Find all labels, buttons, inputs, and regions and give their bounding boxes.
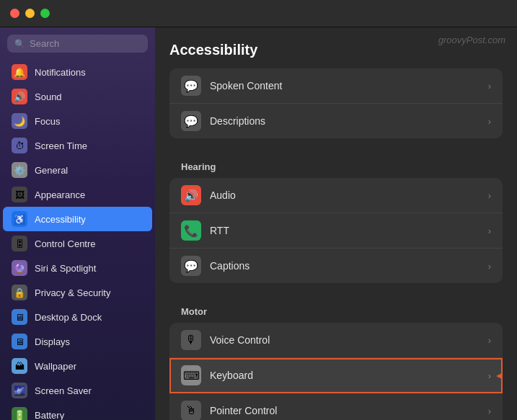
sidebar-item-sound[interactable]: 🔊 Sound xyxy=(3,84,152,109)
motor-header: Motor xyxy=(169,298,503,323)
sidebar-label-notifications: Notifications xyxy=(35,67,86,78)
sidebar-item-focus[interactable]: 🌙 Focus xyxy=(3,109,152,133)
wallpaper-icon: 🏔 xyxy=(12,358,27,374)
sidebar: 🔍 🔔 Notifications 🔊 Sound 🌙 Focus ⏱ Scre… xyxy=(0,27,155,420)
sidebar-label-desktop-dock: Desktop & Dock xyxy=(35,312,102,323)
sidebar-item-desktop-dock[interactable]: 🖥 Desktop & Dock xyxy=(3,305,152,329)
rtt-label: RTT xyxy=(210,225,488,236)
sidebar-item-siri[interactable]: 🔮 Siri & Spotlight xyxy=(3,256,152,280)
search-icon: 🔍 xyxy=(14,39,25,49)
general-icon: ⚙️ xyxy=(12,162,27,178)
accessibility-icon: ♿ xyxy=(12,211,27,227)
captions-row[interactable]: 💬 Captions › xyxy=(169,249,503,283)
pointer-control-label: Pointer Control xyxy=(210,405,488,416)
search-box[interactable]: 🔍 xyxy=(7,35,148,53)
notifications-icon: 🔔 xyxy=(12,64,27,80)
desktop-dock-icon: 🖥 xyxy=(12,309,27,325)
pointer-control-chevron: › xyxy=(488,406,491,416)
maximize-button[interactable] xyxy=(40,9,50,18)
captions-label: Captions xyxy=(210,260,488,272)
hearing-section: Hearing 🔊 Audio › 📞 RTT › 💬 Captions › xyxy=(169,153,503,283)
sidebar-item-general[interactable]: ⚙️ General xyxy=(3,158,152,182)
close-button[interactable] xyxy=(10,9,19,18)
focus-icon: 🌙 xyxy=(12,113,27,129)
sidebar-label-sound: Sound xyxy=(35,91,62,102)
motor-group: 🎙 Voice Control › ⌨ Keyboard › xyxy=(169,323,503,420)
audio-chevron: › xyxy=(488,190,491,201)
sidebar-item-accessibility[interactable]: ♿ Accessibility xyxy=(3,207,152,231)
motor-section: Motor 🎙 Voice Control › ⌨ Keyboard › xyxy=(169,298,503,420)
screen-saver-icon: 🌌 xyxy=(12,383,27,398)
battery-icon: 🔋 xyxy=(12,407,27,420)
spoken-content-label: Spoken Content xyxy=(210,80,488,91)
sidebar-label-battery: Battery xyxy=(35,410,64,421)
spoken-content-icon: 💬 xyxy=(181,76,201,96)
screen-time-icon: ⏱ xyxy=(12,138,27,153)
spoken-content-chevron: › xyxy=(488,81,491,91)
sidebar-label-screen-saver: Screen Saver xyxy=(35,385,92,396)
sidebar-label-screen-time: Screen Time xyxy=(35,140,87,151)
descriptions-chevron: › xyxy=(488,116,491,127)
pointer-control-row[interactable]: 🖱 Pointer Control › xyxy=(169,393,503,420)
displays-icon: 🖥 xyxy=(12,334,27,349)
sidebar-item-control-centre[interactable]: 🎛 Control Centre xyxy=(3,231,152,256)
main-layout: 🔍 🔔 Notifications 🔊 Sound 🌙 Focus ⏱ Scre… xyxy=(0,27,517,420)
sidebar-item-notifications[interactable]: 🔔 Notifications xyxy=(3,60,152,84)
sidebar-label-displays: Displays xyxy=(35,336,70,347)
rtt-row[interactable]: 📞 RTT › xyxy=(169,213,503,249)
spoken-content-row[interactable]: 💬 Spoken Content › xyxy=(169,68,503,104)
audio-icon: 🔊 xyxy=(181,185,201,205)
keyboard-row-wrapper: ⌨ Keyboard › xyxy=(169,358,503,393)
sidebar-label-privacy: Privacy & Security xyxy=(35,287,110,298)
keyboard-icon: ⌨ xyxy=(181,365,201,385)
sidebar-label-control-centre: Control Centre xyxy=(35,238,96,249)
sidebar-label-appearance: Appearance xyxy=(35,189,85,200)
privacy-icon: 🔒 xyxy=(12,285,27,300)
sidebar-label-focus: Focus xyxy=(35,116,60,127)
voice-control-icon: 🎙 xyxy=(181,330,201,350)
sidebar-item-screen-saver[interactable]: 🌌 Screen Saver xyxy=(3,378,152,403)
search-input[interactable] xyxy=(30,38,141,49)
sidebar-item-battery[interactable]: 🔋 Battery xyxy=(3,403,152,420)
siri-icon: 🔮 xyxy=(12,260,27,276)
sidebar-label-accessibility: Accessibility xyxy=(35,214,86,225)
descriptions-icon: 💬 xyxy=(181,111,201,131)
rtt-chevron: › xyxy=(488,225,491,236)
keyboard-row[interactable]: ⌨ Keyboard › xyxy=(169,358,503,393)
minimize-button[interactable] xyxy=(25,9,35,18)
sidebar-item-wallpaper[interactable]: 🏔 Wallpaper xyxy=(3,354,152,378)
sidebar-item-privacy[interactable]: 🔒 Privacy & Security xyxy=(3,280,152,305)
keyboard-chevron: › xyxy=(488,370,491,381)
captions-icon: 💬 xyxy=(181,256,201,276)
sidebar-item-screen-time[interactable]: ⏱ Screen Time xyxy=(3,133,152,158)
descriptions-row[interactable]: 💬 Descriptions › xyxy=(169,104,503,138)
page-title: Accessibility xyxy=(169,42,503,58)
captions-chevron: › xyxy=(488,261,491,272)
audio-row[interactable]: 🔊 Audio › xyxy=(169,178,503,213)
top-rows-group: 💬 Spoken Content › 💬 Descriptions › xyxy=(169,68,503,138)
descriptions-label: Descriptions xyxy=(210,115,488,127)
control-centre-icon: 🎛 xyxy=(12,236,27,251)
rtt-icon: 📞 xyxy=(181,220,201,241)
sidebar-label-general: General xyxy=(35,165,68,176)
voice-control-row[interactable]: 🎙 Voice Control › xyxy=(169,323,503,358)
voice-control-label: Voice Control xyxy=(210,334,488,346)
content-area: groovyPost.com Accessibility 💬 Spoken Co… xyxy=(155,27,517,420)
pointer-control-icon: 🖱 xyxy=(181,401,201,420)
sidebar-label-wallpaper: Wallpaper xyxy=(35,361,76,372)
audio-label: Audio xyxy=(210,189,488,201)
sidebar-label-siri: Siri & Spotlight xyxy=(35,263,96,274)
titlebar xyxy=(0,0,517,27)
appearance-icon: 🖼 xyxy=(12,187,27,202)
hearing-group: 🔊 Audio › 📞 RTT › 💬 Captions › xyxy=(169,178,503,283)
sound-icon: 🔊 xyxy=(12,89,27,104)
sidebar-item-appearance[interactable]: 🖼 Appearance xyxy=(3,182,152,207)
sidebar-item-displays[interactable]: 🖥 Displays xyxy=(3,329,152,354)
hearing-header: Hearing xyxy=(169,153,503,178)
keyboard-label: Keyboard xyxy=(210,370,488,381)
traffic-lights xyxy=(10,9,50,18)
voice-control-chevron: › xyxy=(488,335,491,346)
